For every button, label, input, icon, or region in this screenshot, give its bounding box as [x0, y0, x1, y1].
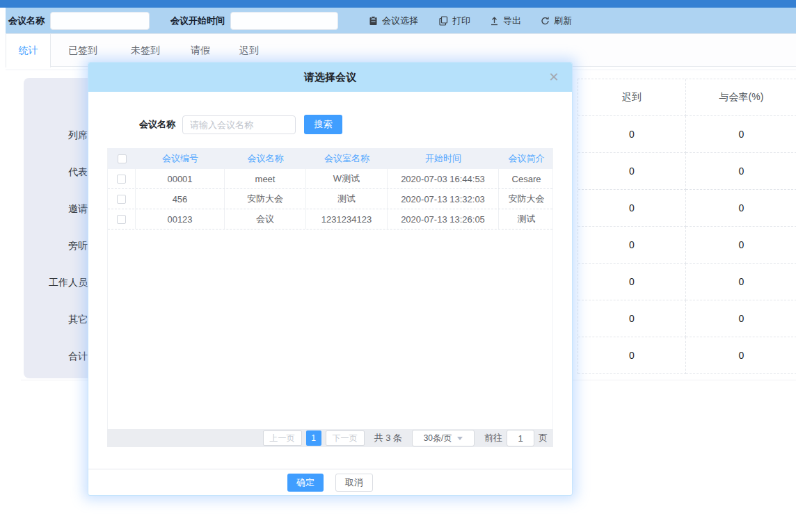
stats-value: 0	[578, 116, 686, 153]
tab-signed-in[interactable]: 已签到	[68, 34, 97, 67]
close-icon[interactable]: ✕	[547, 70, 561, 84]
cell-meeting-name: 会议	[225, 209, 306, 229]
stats-value: 0	[686, 300, 796, 337]
table-row[interactable]: 456 安防大会 测试 2020-07-13 13:32:03 安防大会	[108, 189, 552, 209]
dialog-search-row: 会议名称 搜索	[88, 115, 572, 134]
meeting-name-label: 会议名称	[8, 15, 45, 27]
app-screen: 会议名称 会议开始时间 会议选择 打印 导出 刷新	[0, 0, 796, 532]
stats-row-label-invited: 邀请:	[24, 202, 90, 215]
chevron-down-icon	[457, 437, 463, 440]
cell-brief: Cesare	[499, 169, 554, 188]
stats-row-label-staff: 工作人员:	[24, 276, 90, 289]
col-header-room-name: 会议室名称	[306, 148, 388, 169]
cell-room-name: W测试	[306, 169, 388, 188]
stats-table: 迟到 与会率(%) 0 0 0 0 0 0 0 0 0 0 0 0 0 0	[578, 79, 796, 374]
col-header-meeting-no: 会议编号	[136, 148, 225, 169]
dialog-footer-divider	[88, 469, 572, 469]
tab-late[interactable]: 迟到	[239, 34, 259, 67]
stats-value: 0	[578, 300, 686, 337]
row-checkbox[interactable]	[117, 175, 126, 184]
stats-value: 0	[578, 153, 686, 190]
table-header-row: 会议编号 会议名称 会议室名称 开始时间 会议简介	[108, 148, 552, 169]
stats-value: 0	[578, 337, 686, 374]
cell-room-name: 1231234123	[306, 209, 388, 229]
row-checkbox[interactable]	[117, 195, 126, 204]
stats-col-header-late: 迟到	[578, 79, 686, 116]
table-empty-area	[108, 229, 552, 429]
row-checkbox[interactable]	[117, 215, 126, 224]
export-icon	[490, 16, 499, 26]
stats-value: 0	[686, 190, 796, 227]
tab-not-signed-in-label: 未签到	[131, 45, 160, 57]
table-row[interactable]: 00001 meet W测试 2020-07-03 16:44:53 Cesar…	[108, 169, 552, 189]
dialog-search-input[interactable]	[182, 115, 296, 134]
tab-signed-in-label: 已签到	[68, 45, 97, 57]
stats-row-label-observer: 旁听:	[24, 239, 90, 252]
pagination-bar: 上一页 1 下一页 共 3 条 30条/页 前往 页	[107, 429, 553, 447]
tab-bar: 统计 已签到 未签到 请假 迟到	[6, 33, 796, 67]
cell-meeting-no: 00001	[136, 169, 225, 188]
toolbar: 会议名称 会议开始时间 会议选择 打印 导出 刷新	[6, 8, 796, 33]
meeting-select-label: 会议选择	[382, 15, 418, 27]
stats-value: 0	[578, 190, 686, 227]
clipboard-icon	[369, 16, 378, 26]
cell-start-time: 2020-07-03 16:44:53	[388, 169, 499, 188]
dialog-title: 请选择会议	[304, 71, 356, 84]
goto-page-input[interactable]	[507, 430, 534, 446]
export-button[interactable]: 导出	[490, 15, 521, 27]
page-size-select[interactable]: 30条/页	[412, 430, 475, 446]
cell-brief: 测试	[499, 209, 554, 229]
refresh-label: 刷新	[554, 15, 572, 27]
refresh-button[interactable]: 刷新	[541, 15, 572, 27]
search-button[interactable]: 搜索	[304, 115, 342, 134]
tab-statistics[interactable]: 统计	[6, 34, 51, 67]
next-page-button[interactable]: 下一页	[326, 430, 365, 446]
select-meeting-dialog: 请选择会议 ✕ 会议名称 搜索 会议编号 会议名称 会议室名称 开始时间 会议简…	[88, 63, 572, 495]
goto-label: 前往	[484, 432, 502, 444]
tab-leave-label: 请假	[191, 45, 210, 57]
stats-col-header-attendance-rate: 与会率(%)	[686, 79, 796, 116]
confirm-button[interactable]: 确定	[287, 474, 324, 492]
page-number-1[interactable]: 1	[306, 430, 321, 446]
page-size-value: 30条/页	[424, 433, 452, 444]
cell-meeting-no: 00123	[136, 209, 225, 229]
stats-value: 0	[686, 337, 796, 374]
print-button[interactable]: 打印	[439, 15, 470, 27]
table-row[interactable]: 00123 会议 1231234123 2020-07-13 13:26:05 …	[108, 209, 552, 229]
stats-row-label-total: 合计:	[24, 350, 90, 362]
col-header-brief: 会议简介	[499, 148, 554, 169]
print-label: 打印	[452, 15, 470, 27]
meeting-select-button[interactable]: 会议选择	[369, 15, 418, 27]
dialog-footer: 确定 取消	[88, 474, 572, 492]
cell-brief: 安防大会	[499, 189, 554, 209]
dialog-meeting-table: 会议编号 会议名称 会议室名称 开始时间 会议简介 00001 meet W测试…	[107, 148, 553, 429]
stats-value: 0	[686, 116, 796, 153]
stats-value: 0	[686, 153, 796, 190]
stats-value: 0	[578, 227, 686, 264]
cell-start-time: 2020-07-13 13:32:03	[388, 189, 499, 209]
tab-leave[interactable]: 请假	[191, 34, 210, 67]
select-all-checkbox[interactable]	[118, 154, 127, 163]
tab-not-signed-in[interactable]: 未签到	[131, 34, 160, 67]
dialog-search-label: 会议名称	[139, 118, 175, 131]
goto-suffix: 页	[539, 432, 548, 444]
cancel-button[interactable]: 取消	[335, 474, 373, 492]
meeting-name-input[interactable]	[50, 12, 150, 30]
tab-statistics-label: 统计	[19, 45, 38, 57]
pagination-total: 共 3 条	[374, 432, 402, 444]
cell-room-name: 测试	[306, 189, 388, 209]
cell-meeting-name: 安防大会	[225, 189, 306, 209]
prev-page-button[interactable]: 上一页	[263, 430, 302, 446]
printer-icon	[439, 16, 448, 26]
cell-meeting-name: meet	[225, 169, 306, 188]
stats-value: 0	[686, 227, 796, 264]
stats-row-label-other: 其它:	[24, 313, 90, 325]
meeting-start-time-label: 会议开始时间	[170, 15, 225, 27]
col-header-start-time: 开始时间	[388, 148, 499, 169]
stats-value: 0	[686, 264, 796, 300]
col-header-meeting-name: 会议名称	[225, 148, 306, 169]
dialog-header: 请选择会议 ✕	[88, 63, 572, 92]
export-label: 导出	[503, 15, 521, 27]
cell-meeting-no: 456	[136, 189, 225, 209]
meeting-start-time-input[interactable]	[230, 12, 338, 30]
